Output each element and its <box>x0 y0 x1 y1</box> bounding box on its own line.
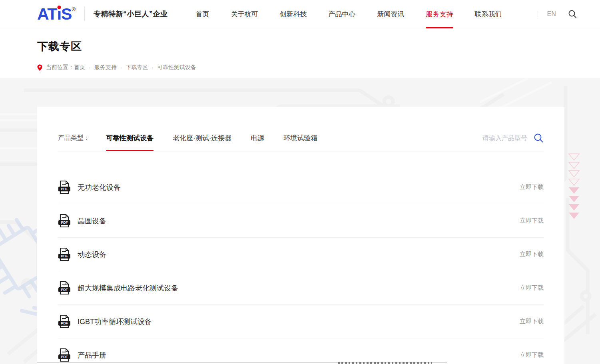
breadcrumb-reliability-equipment[interactable]: 可靠性测试设备 <box>157 64 196 71</box>
registered-trademark-icon: ® <box>72 7 76 12</box>
logo-divider <box>84 7 85 21</box>
nav-item-service-support[interactable]: 服务支持 <box>426 0 453 28</box>
search-icon <box>534 133 544 143</box>
triangle-decoration <box>568 153 581 220</box>
tab-reliability-test-equipment[interactable]: 可靠性测试设备 <box>106 133 153 143</box>
pdf-file-icon: PDF <box>58 314 71 329</box>
download-title: 产品手册 <box>78 350 106 360</box>
svg-text:PDF: PDF <box>61 321 68 325</box>
tab-burn-in-socket-test-connector[interactable]: 老化座·测试·连接器 <box>173 133 231 143</box>
download-now-link[interactable]: 立即下载 <box>520 183 544 191</box>
product-type-filter: 产品类型： 可靠性测试设备 老化座·测试·连接器 电源 环境试验箱 <box>58 133 544 151</box>
lang-divider <box>538 11 538 17</box>
language-switch-en[interactable]: EN <box>547 10 556 18</box>
download-row-dynamic-equipment[interactable]: PDF 动态设备 立即下载 <box>58 238 544 271</box>
svg-text:PDF: PDF <box>61 355 68 359</box>
company-tagline: 专精特新“小巨人”企业 <box>94 9 168 19</box>
nav-item-home[interactable]: 首页 <box>195 0 209 28</box>
nav-item-news[interactable]: 新闻资讯 <box>377 0 404 28</box>
breadcrumb: 当前位置： 首页 · 服务支持 · 下载专区 · 可靠性测试设备 <box>37 64 600 71</box>
breadcrumb-download-zone[interactable]: 下载专区 <box>126 64 148 71</box>
download-title: 晶圆设备 <box>78 216 106 226</box>
download-row-wafer-equipment[interactable]: PDF 晶圆设备 立即下载 <box>58 204 544 238</box>
breadcrumb-separator: · <box>120 64 122 71</box>
download-row-reactive-burn-in[interactable]: PDF 无功老化设备 立即下载 <box>58 171 544 204</box>
download-now-link[interactable]: 立即下载 <box>520 318 544 325</box>
download-row-vlsi-burn-in-test[interactable]: PDF 超大规模集成电路老化测试设备 立即下载 <box>58 271 544 305</box>
logo-text: ATiS <box>37 6 72 22</box>
nav-item-contact[interactable]: 联系我们 <box>474 0 502 28</box>
breadcrumb-separator: · <box>151 64 153 71</box>
download-now-link[interactable]: 立即下载 <box>520 217 544 225</box>
nav-item-products[interactable]: 产品中心 <box>328 0 355 28</box>
download-list: PDF 无功老化设备 立即下载 PDF 晶圆设备 立即下载 <box>58 171 544 364</box>
download-row-product-manual[interactable]: PDF 产品手册 立即下载 <box>58 338 544 364</box>
tab-power-supply[interactable]: 电源 <box>251 133 264 143</box>
download-title: 动态设备 <box>78 250 106 259</box>
card-search-button[interactable] <box>534 133 544 143</box>
breadcrumb-label: 当前位置： <box>46 64 74 71</box>
pdf-file-icon: PDF <box>58 247 71 262</box>
svg-text:PDF: PDF <box>61 187 68 191</box>
pdf-file-icon: PDF <box>58 281 71 295</box>
search-icon <box>568 10 577 18</box>
location-pin-icon <box>37 64 42 71</box>
download-now-link[interactable]: 立即下载 <box>520 251 544 258</box>
svg-text:PDF: PDF <box>61 288 68 292</box>
header-search-button[interactable] <box>568 10 577 18</box>
tab-environmental-chamber[interactable]: 环境试验箱 <box>283 133 317 143</box>
download-title: IGBT功率循环测试设备 <box>78 317 152 326</box>
download-row-igbt-power-cycling[interactable]: PDF IGBT功率循环测试设备 立即下载 <box>58 305 544 338</box>
breadcrumb-home[interactable]: 首页 <box>74 64 85 71</box>
page-header-section: 下载专区 当前位置： 首页 · 服务支持 · 下载专区 · 可靠性测试设备 <box>0 28 600 78</box>
download-now-link[interactable]: 立即下载 <box>520 351 544 359</box>
breadcrumb-service-support[interactable]: 服务支持 <box>94 64 117 71</box>
download-title: 无功老化设备 <box>78 183 121 192</box>
filter-label: 产品类型： <box>58 134 90 142</box>
download-card: 产品类型： 可靠性测试设备 老化座·测试·连接器 电源 环境试验箱 <box>37 107 564 364</box>
pdf-file-icon: PDF <box>58 180 71 195</box>
pdf-file-icon: PDF <box>58 214 71 228</box>
nav-item-innovation[interactable]: 创新科技 <box>279 0 307 28</box>
svg-text:PDF: PDF <box>61 221 68 225</box>
download-now-link[interactable]: 立即下载 <box>520 284 544 292</box>
page-title: 下载专区 <box>37 39 600 54</box>
product-model-search-input[interactable] <box>455 135 527 142</box>
clipped-footer-text-sliver <box>338 362 432 364</box>
svg-text:PDF: PDF <box>61 254 68 258</box>
main-nav: 首页 关于杭可 创新科技 产品中心 新闻资讯 服务支持 联系我们 <box>195 0 523 28</box>
pdf-file-icon: PDF <box>58 348 71 362</box>
breadcrumb-separator: · <box>89 64 91 71</box>
atis-logo[interactable]: ATiS ® <box>37 6 76 22</box>
download-title: 超大规模集成电路老化测试设备 <box>78 283 178 293</box>
nav-item-about[interactable]: 关于杭可 <box>231 0 258 28</box>
product-model-search <box>455 133 544 143</box>
top-navigation-bar: ATiS ® 专精特新“小巨人”企业 首页 关于杭可 创新科技 产品中心 新闻资… <box>0 0 600 28</box>
